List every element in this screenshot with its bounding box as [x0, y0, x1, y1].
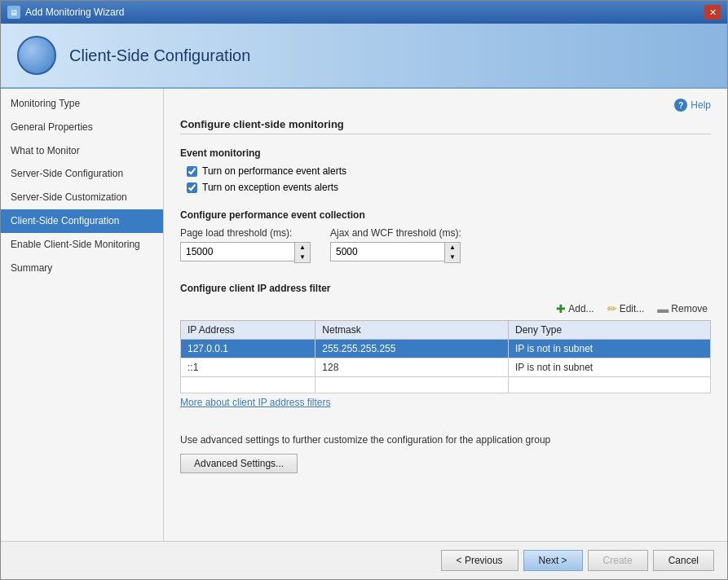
sidebar-item-server-side-custom[interactable]: Server-Side Customization [1, 186, 163, 209]
ajax-down-button[interactable]: ▼ [445, 253, 460, 262]
sidebar: Monitoring Type General Properties What … [1, 89, 164, 541]
title-bar-controls: ✕ [704, 5, 721, 20]
help-row: ? Help [180, 99, 711, 112]
add-label: Add... [568, 303, 593, 314]
ajax-field-group: Ajax and WCF threshold (ms): ▲ ▼ [330, 227, 461, 263]
create-button[interactable]: Create [588, 550, 648, 571]
ip-cell: 127.0.0.1 [181, 340, 315, 358]
edit-button[interactable]: ✏ Edit... [604, 301, 648, 317]
header-icon [17, 36, 56, 75]
performance-collection-title: Configure performance event collection [180, 209, 711, 221]
window-title: Add Monitoring Wizard [25, 7, 124, 18]
help-link[interactable]: ? Help [674, 99, 711, 112]
header-banner: Client-Side Configuration [1, 24, 727, 89]
page-load-label: Page load threshold (ms): [180, 227, 311, 239]
ip-cell: ::1 [181, 358, 315, 377]
remove-label: Remove [671, 303, 708, 314]
col-header-netmask: Netmask [315, 321, 509, 340]
advanced-section: Use advanced settings to further customi… [180, 434, 711, 473]
netmask-cell: 255.255.255.255 [315, 340, 509, 358]
close-button[interactable]: ✕ [704, 5, 721, 20]
empty-deny-cell [509, 377, 711, 393]
sidebar-item-enable-client-side[interactable]: Enable Client-Side Monitoring [1, 233, 163, 257]
event-monitoring-title: Event monitoring [180, 147, 711, 159]
empty-netmask-cell [315, 377, 509, 393]
deny-type-cell: IP is not in subnet [509, 340, 711, 358]
deny-type-cell: IP is not in subnet [509, 358, 711, 377]
remove-icon: ▬ [657, 302, 668, 315]
edit-icon: ✏ [607, 302, 617, 315]
sidebar-item-general-properties[interactable]: General Properties [1, 116, 163, 139]
page-load-down-button[interactable]: ▼ [295, 253, 310, 262]
advanced-settings-button[interactable]: Advanced Settings... [180, 454, 298, 473]
sidebar-item-server-side-config[interactable]: Server-Side Configuration [1, 162, 163, 186]
page-load-input[interactable] [180, 242, 294, 261]
title-bar-left: 🖥 Add Monitoring Wizard [7, 6, 124, 19]
advanced-description: Use advanced settings to further customi… [180, 434, 711, 446]
ip-filter-title: Configure client IP address filter [180, 283, 711, 294]
cancel-button[interactable]: Cancel [653, 550, 714, 571]
checkbox-performance-alerts[interactable] [187, 166, 197, 177]
empty-ip-cell [181, 377, 315, 393]
col-header-ip: IP Address [181, 321, 315, 340]
ip-table: IP Address Netmask Deny Type 127.0.0.1 2… [180, 320, 711, 393]
checkbox-row-1: Turn on performance event alerts [180, 165, 711, 177]
previous-button[interactable]: < Previous [441, 550, 518, 571]
main-window: 🖥 Add Monitoring Wizard ✕ Client-Side Co… [0, 0, 728, 580]
add-button[interactable]: ✚ Add... [553, 301, 597, 317]
ajax-spinner-buttons: ▲ ▼ [444, 242, 461, 263]
ajax-spinner: ▲ ▼ [330, 242, 461, 263]
checkbox-exception-alerts[interactable] [187, 182, 197, 193]
table-row[interactable]: 127.0.0.1 255.255.255.255 IP is not in s… [181, 340, 711, 358]
header-title: Client-Side Configuration [69, 46, 250, 65]
main-content: ? Help Configure client-side monitoring … [164, 89, 727, 541]
page-load-spinner-buttons: ▲ ▼ [294, 242, 311, 263]
window-icon: 🖥 [7, 6, 20, 19]
footer: < Previous Next > Create Cancel [1, 541, 727, 579]
page-load-up-button[interactable]: ▲ [295, 243, 310, 253]
ip-filter-toolbar: ✚ Add... ✏ Edit... ▬ Remove [180, 301, 711, 317]
ajax-input[interactable] [330, 242, 444, 261]
checkbox-exception-alerts-label: Turn on exception events alerts [202, 182, 338, 193]
netmask-cell: 128 [315, 358, 509, 377]
add-icon: ✚ [556, 302, 566, 315]
sidebar-item-monitoring-type[interactable]: Monitoring Type [1, 92, 163, 116]
sidebar-item-what-to-monitor[interactable]: What to Monitor [1, 139, 163, 163]
edit-label: Edit... [620, 303, 645, 314]
table-row[interactable]: ::1 128 IP is not in subnet [181, 358, 711, 377]
page-load-spinner: ▲ ▼ [180, 242, 311, 263]
body: Monitoring Type General Properties What … [1, 89, 727, 541]
checkbox-performance-alerts-label: Turn on performance event alerts [202, 165, 346, 177]
next-button[interactable]: Next > [523, 550, 583, 571]
ajax-label: Ajax and WCF threshold (ms): [330, 227, 461, 239]
help-label: Help [690, 99, 711, 111]
sidebar-item-summary[interactable]: Summary [1, 257, 163, 280]
ajax-up-button[interactable]: ▲ [445, 243, 460, 253]
sidebar-item-client-side-config[interactable]: Client-Side Configuration [1, 209, 163, 233]
title-bar: 🖥 Add Monitoring Wizard ✕ [1, 1, 727, 24]
page-title: Configure client-side monitoring [180, 118, 711, 134]
help-icon: ? [674, 99, 687, 112]
col-header-deny-type: Deny Type [509, 321, 711, 340]
page-load-field-group: Page load threshold (ms): ▲ ▼ [180, 227, 311, 263]
ip-filter-section: Configure client IP address filter ✚ Add… [180, 276, 711, 418]
checkbox-row-2: Turn on exception events alerts [180, 182, 711, 193]
threshold-fields: Page load threshold (ms): ▲ ▼ Ajax and W… [180, 227, 711, 263]
more-link[interactable]: More about client IP address filters [180, 397, 331, 408]
remove-button[interactable]: ▬ Remove [654, 301, 711, 317]
table-row-empty [181, 377, 711, 393]
